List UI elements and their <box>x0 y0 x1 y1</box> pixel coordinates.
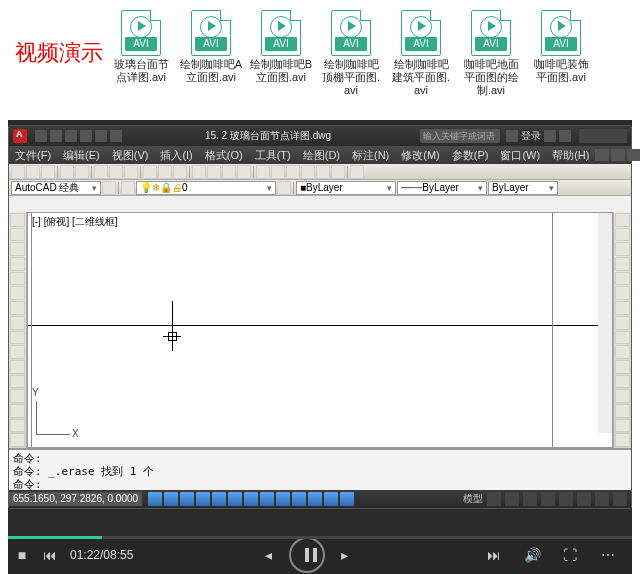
avi-file[interactable]: AVI绘制咖啡吧A立面图.avi <box>179 10 243 97</box>
workspace-switching-icon[interactable] <box>541 492 555 506</box>
tb-sheetset-icon[interactable] <box>301 165 315 179</box>
chamfer-icon[interactable] <box>615 404 630 418</box>
minimize-button[interactable] <box>579 129 595 143</box>
mdi-close-icon[interactable] <box>627 149 640 161</box>
menu-help[interactable]: 帮助(H) <box>546 148 595 163</box>
rotate-icon[interactable] <box>615 301 630 315</box>
settings-button[interactable]: ⋯ <box>594 541 622 569</box>
tb-copy-icon[interactable] <box>109 165 123 179</box>
arc-icon[interactable] <box>10 286 25 300</box>
mdi-restore-icon[interactable] <box>611 149 625 161</box>
spline-icon[interactable] <box>10 316 25 330</box>
progress-bar[interactable] <box>8 536 632 539</box>
tb-cut-icon[interactable] <box>94 165 108 179</box>
make-block-icon[interactable] <box>10 360 25 374</box>
grid-icon[interactable] <box>164 492 178 506</box>
tb-new-icon[interactable] <box>11 165 25 179</box>
qat-save-icon[interactable] <box>65 130 77 142</box>
avi-file[interactable]: AVI咖啡吧地面平面图的绘制.avi <box>459 10 523 97</box>
ortho-icon[interactable] <box>180 492 194 506</box>
clean-screen-icon[interactable] <box>613 492 627 506</box>
polyline-icon[interactable] <box>10 242 25 256</box>
layer-props-icon[interactable] <box>121 181 135 195</box>
table-icon[interactable] <box>10 419 25 433</box>
lineweight-combo[interactable]: ByLayer <box>488 181 558 195</box>
tb-designcenter-icon[interactable] <box>271 165 285 179</box>
quickview-layouts-icon[interactable] <box>487 492 501 506</box>
avi-file[interactable]: AVI绘制咖啡吧顶棚平面图.avi <box>319 10 383 97</box>
polygon-icon[interactable] <box>10 257 25 271</box>
annotation-scale-icon[interactable] <box>523 492 537 506</box>
fillet-icon[interactable] <box>615 419 630 433</box>
lock-ui-icon[interactable] <box>559 492 573 506</box>
qat-open-icon[interactable] <box>50 130 62 142</box>
explode-icon[interactable] <box>615 433 630 447</box>
menu-format[interactable]: 格式(O) <box>199 148 249 163</box>
join-icon[interactable] <box>615 389 630 403</box>
tb-preview-icon[interactable] <box>75 165 89 179</box>
tb-save-icon[interactable] <box>41 165 55 179</box>
snap-icon[interactable] <box>148 492 162 506</box>
menu-insert[interactable]: 插入(I) <box>154 148 198 163</box>
lwt-icon[interactable] <box>292 492 306 506</box>
qat-print-icon[interactable] <box>110 130 122 142</box>
trim-icon[interactable] <box>615 345 630 359</box>
hatch-icon[interactable] <box>10 389 25 403</box>
hardware-accel-icon[interactable] <box>577 492 591 506</box>
ellipse-icon[interactable] <box>10 331 25 345</box>
menu-dimension[interactable]: 标注(N) <box>346 148 395 163</box>
mtext-icon[interactable] <box>10 433 25 447</box>
workspace-combo[interactable]: AutoCAD 经典 <box>11 181 101 195</box>
menu-modify[interactable]: 修改(M) <box>395 148 446 163</box>
tb-redo-icon[interactable] <box>173 165 187 179</box>
osnap-icon[interactable] <box>212 492 226 506</box>
close-button[interactable] <box>611 129 627 143</box>
modelspace-button[interactable]: 模型 <box>463 492 483 506</box>
polar-icon[interactable] <box>196 492 210 506</box>
fullscreen-button[interactable]: ⛶ <box>556 541 584 569</box>
line-icon[interactable] <box>10 213 25 227</box>
quickview-drawings-icon[interactable] <box>505 492 519 506</box>
circle-icon[interactable] <box>10 301 25 315</box>
tb-zoom-icon[interactable] <box>207 165 221 179</box>
menu-window[interactable]: 窗口(W) <box>494 148 546 163</box>
linetype-combo[interactable]: ─── ByLayer <box>397 181 487 195</box>
otrack-icon[interactable] <box>244 492 258 506</box>
avi-file[interactable]: AVI绘制咖啡吧B立面图.avi <box>249 10 313 97</box>
layer-combo[interactable]: 💡❄🔒🖨 0 <box>136 181 276 195</box>
dyn-icon[interactable] <box>276 492 290 506</box>
viewport-label[interactable]: [-] [俯视] [二维线框] <box>32 215 118 229</box>
scale-icon[interactable] <box>615 316 630 330</box>
forward-button[interactable]: ▸ <box>331 541 359 569</box>
menu-draw[interactable]: 绘图(D) <box>297 148 346 163</box>
qat-redo-icon[interactable] <box>95 130 107 142</box>
avi-file[interactable]: AVI绘制咖啡吧建筑平面图.avi <box>389 10 453 97</box>
help-icon[interactable] <box>559 130 571 142</box>
point-icon[interactable] <box>10 375 25 389</box>
tb-print-icon[interactable] <box>60 165 74 179</box>
insert-block-icon[interactable] <box>10 345 25 359</box>
isolate-objects-icon[interactable] <box>595 492 609 506</box>
offset-icon[interactable] <box>615 257 630 271</box>
array-icon[interactable] <box>615 272 630 286</box>
copy-icon[interactable] <box>615 228 630 242</box>
mdi-min-icon[interactable] <box>595 149 609 161</box>
rectangle-icon[interactable] <box>10 272 25 286</box>
menu-file[interactable]: 文件(F) <box>9 148 57 163</box>
construction-line-icon[interactable] <box>10 228 25 242</box>
region-icon[interactable] <box>10 404 25 418</box>
break-icon[interactable] <box>615 375 630 389</box>
extend-icon[interactable] <box>615 360 630 374</box>
layer-prev-icon[interactable] <box>277 181 291 195</box>
color-combo[interactable]: ■ ByLayer <box>296 181 396 195</box>
tpy-icon[interactable] <box>308 492 322 506</box>
tb-calc-icon[interactable] <box>331 165 345 179</box>
drawing-canvas[interactable]: [-] [俯视] [二维线框] Y X <box>27 212 613 448</box>
tb-help-icon[interactable] <box>350 165 364 179</box>
menu-parametric[interactable]: 参数(P) <box>446 148 495 163</box>
tb-zoomprev-icon[interactable] <box>222 165 236 179</box>
cad-help-search[interactable]: 输入关键字或词语 <box>420 129 500 143</box>
volume-button[interactable]: 🔊 <box>518 541 546 569</box>
maximize-button[interactable] <box>595 129 611 143</box>
coordinate-readout[interactable]: 655.1650, 297.2826, 0.0000 <box>9 492 142 506</box>
